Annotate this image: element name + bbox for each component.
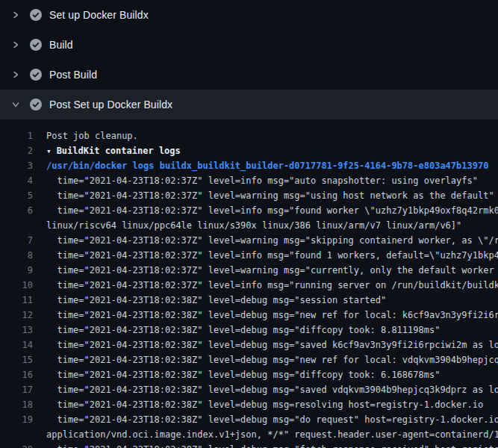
- log-line-text: time="2021-04-23T18:02:38Z" level=debug …: [33, 412, 498, 427]
- log-text: time="2021-04-23T18:02:38Z" level=debug …: [46, 295, 386, 305]
- log-line: 5 time="2021-04-23T18:02:37Z" level=warn…: [0, 188, 498, 203]
- log-text: application/vnd.oci.image.index.v1+json,…: [46, 429, 498, 440]
- step-title: Build: [49, 39, 73, 51]
- log-viewer: 1 Post job cleanup. 2 ▾BuildKit containe…: [0, 119, 498, 448]
- log-line-text: /usr/bin/docker logs buildx_buildkit_bui…: [33, 158, 498, 173]
- chevron-right-icon: [10, 70, 21, 79]
- log-line-text: time="2021-04-23T18:02:38Z" level=debug …: [33, 323, 498, 337]
- log-line-number[interactable]: 15: [0, 352, 33, 367]
- log-line-text: time="2021-04-23T18:02:37Z" level=info m…: [33, 248, 498, 263]
- check-circle-icon: [30, 69, 42, 81]
- log-line: 20 time="2021-04-23T18:02:38Z" level=deb…: [0, 442, 498, 448]
- log-line-number[interactable]: 16: [0, 367, 33, 382]
- log-line: 1 Post job cleanup.: [0, 128, 498, 143]
- log-line: 8 time="2021-04-23T18:02:37Z" level=info…: [0, 248, 498, 263]
- log-line-number[interactable]: 12: [0, 308, 33, 323]
- log-line-text: time="2021-04-23T18:02:38Z" level=debug …: [33, 352, 498, 367]
- log-line: 11 time="2021-04-23T18:02:38Z" level=deb…: [0, 293, 498, 308]
- log-line-number[interactable]: 13: [0, 323, 33, 337]
- log-line-text: linux/riscv64 linux/ppc64le linux/s390x …: [33, 218, 498, 233]
- chevron-right-icon: [10, 40, 21, 49]
- log-line-number[interactable]: 3: [0, 158, 33, 173]
- log-line-number[interactable]: 8: [0, 248, 33, 263]
- check-circle-icon: [30, 9, 42, 21]
- log-line-text: ▾BuildKit container logs: [33, 143, 498, 159]
- steps-list: Set up Docker Buildx Build Post Build Po…: [0, 0, 498, 119]
- log-line-text: time="2021-04-23T18:02:37Z" level=warnin…: [33, 188, 498, 203]
- log-line: 12 time="2021-04-23T18:02:38Z" level=deb…: [0, 308, 498, 323]
- log-text: time="2021-04-23T18:02:38Z" level=debug …: [46, 399, 483, 410]
- log-text: time="2021-04-23T18:02:37Z" level=warnin…: [46, 235, 498, 246]
- log-text: time="2021-04-23T18:02:37Z" level=info m…: [46, 205, 498, 216]
- log-line-number[interactable]: 6: [0, 203, 33, 218]
- log-line-text: time="2021-04-23T18:02:38Z" level=debug …: [33, 397, 498, 412]
- log-line-text: time="2021-04-23T18:02:38Z" level=debug …: [33, 442, 498, 448]
- log-line-text: time="2021-04-23T18:02:37Z" level=info m…: [33, 203, 498, 218]
- log-line: 10 time="2021-04-23T18:02:37Z" level=inf…: [0, 278, 498, 293]
- log-line-number[interactable]: 5: [0, 188, 33, 203]
- log-line-text: Post job cleanup.: [33, 128, 498, 143]
- log-text: /usr/bin/docker logs buildx_buildkit_bui…: [46, 161, 488, 171]
- log-text: time="2021-04-23T18:02:38Z" level=debug …: [46, 385, 498, 395]
- log-line: 2 ▾BuildKit container logs: [0, 143, 498, 158]
- log-text: time="2021-04-23T18:02:37Z" level=warnin…: [46, 190, 494, 201]
- log-text: time="2021-04-23T18:02:37Z" level=info m…: [46, 250, 498, 261]
- log-line-number[interactable]: 1: [0, 128, 33, 143]
- log-text: time="2021-04-23T18:02:37Z" level=info m…: [46, 280, 498, 290]
- log-line-number[interactable]: 20: [0, 442, 33, 448]
- log-line: 19 time="2021-04-23T18:02:38Z" level=deb…: [0, 412, 498, 427]
- log-line: 14 time="2021-04-23T18:02:38Z" level=deb…: [0, 337, 498, 352]
- step-row-set-up-docker-buildx[interactable]: Set up Docker Buildx: [0, 0, 498, 30]
- log-line-number[interactable]: 11: [0, 293, 33, 308]
- log-text: time="2021-04-23T18:02:38Z" level=debug …: [46, 414, 498, 425]
- log-line-number[interactable]: 18: [0, 397, 33, 412]
- step-title: Set up Docker Buildx: [49, 9, 149, 21]
- log-text: time="2021-04-23T18:02:38Z" level=debug …: [46, 444, 498, 448]
- chevron-down-icon: [10, 100, 21, 109]
- log-line: 4 time="2021-04-23T18:02:37Z" level=info…: [0, 173, 498, 188]
- group-toggle-icon[interactable]: ▾: [46, 146, 52, 156]
- log-line-text: time="2021-04-23T18:02:37Z" level=info m…: [33, 278, 498, 293]
- log-line-text: time="2021-04-23T18:02:38Z" level=debug …: [33, 337, 498, 352]
- log-line: 18 time="2021-04-23T18:02:38Z" level=deb…: [0, 397, 498, 412]
- log-text: time="2021-04-23T18:02:38Z" level=debug …: [46, 325, 440, 335]
- log-line: 13 time="2021-04-23T18:02:38Z" level=deb…: [0, 323, 498, 337]
- log-text: Post job cleanup.: [46, 131, 138, 141]
- log-line-number[interactable]: 10: [0, 278, 33, 293]
- chevron-right-icon: [10, 10, 21, 19]
- log-line-text: application/vnd.oci.image.index.v1+json,…: [33, 427, 498, 442]
- log-line-number[interactable]: 2: [0, 143, 33, 158]
- log-text: time="2021-04-23T18:02:38Z" level=debug …: [46, 340, 498, 350]
- log-line-number[interactable]: 7: [0, 233, 33, 248]
- log-line-number[interactable]: 9: [0, 263, 33, 278]
- log-text: time="2021-04-23T18:02:38Z" level=debug …: [46, 310, 498, 320]
- log-line-number[interactable]: 17: [0, 382, 33, 397]
- step-row-post-build[interactable]: Post Build: [0, 60, 498, 90]
- log-line: linux/riscv64 linux/ppc64le linux/s390x …: [0, 218, 498, 233]
- log-line-text: time="2021-04-23T18:02:38Z" level=debug …: [33, 367, 498, 382]
- step-title: Post Set up Docker Buildx: [49, 99, 172, 111]
- check-circle-icon: [30, 39, 42, 51]
- log-line-number[interactable]: 4: [0, 173, 33, 188]
- log-line-text: time="2021-04-23T18:02:37Z" level=warnin…: [33, 263, 498, 278]
- log-line: 6 time="2021-04-23T18:02:37Z" level=info…: [0, 203, 498, 218]
- log-text: time="2021-04-23T18:02:37Z" level=warnin…: [46, 265, 498, 276]
- log-line: 3 /usr/bin/docker logs buildx_buildkit_b…: [0, 158, 498, 173]
- log-line-text: time="2021-04-23T18:02:37Z" level=warnin…: [33, 233, 498, 248]
- log-line: 15 time="2021-04-23T18:02:38Z" level=deb…: [0, 352, 498, 367]
- log-text: linux/riscv64 linux/ppc64le linux/s390x …: [46, 220, 461, 231]
- log-text: BuildKit container logs: [57, 146, 181, 156]
- step-title: Post Build: [49, 69, 97, 81]
- log-line: 16 time="2021-04-23T18:02:38Z" level=deb…: [0, 367, 498, 382]
- log-line-number[interactable]: 14: [0, 337, 33, 352]
- log-text: time="2021-04-23T18:02:37Z" level=info m…: [46, 175, 478, 186]
- step-row-build[interactable]: Build: [0, 30, 498, 60]
- log-line-number[interactable]: 19: [0, 412, 33, 427]
- log-line-text: time="2021-04-23T18:02:38Z" level=debug …: [33, 382, 498, 397]
- log-line: application/vnd.oci.image.index.v1+json,…: [0, 427, 498, 442]
- log-line-text: time="2021-04-23T18:02:38Z" level=debug …: [33, 308, 498, 323]
- log-text: time="2021-04-23T18:02:38Z" level=debug …: [46, 355, 498, 365]
- step-row-post-set-up-docker-buildx[interactable]: Post Set up Docker Buildx: [0, 90, 498, 119]
- log-line-text: time="2021-04-23T18:02:38Z" level=debug …: [33, 293, 498, 308]
- log-line: 17 time="2021-04-23T18:02:38Z" level=deb…: [0, 382, 498, 397]
